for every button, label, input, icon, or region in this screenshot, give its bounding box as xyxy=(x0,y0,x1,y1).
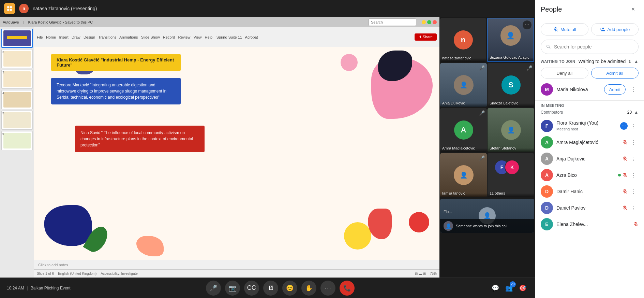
icons-elena xyxy=(633,222,639,227)
more-options-btn[interactable]: ⋯ xyxy=(320,281,335,296)
share-btn[interactable]: ⬆ Share xyxy=(415,33,437,41)
people-title: People xyxy=(541,5,562,13)
tile-name-siradza: Siradza Laletovic xyxy=(490,101,518,105)
admit-maria-btn[interactable]: Admit xyxy=(604,84,626,95)
waiting-name-maria: Maria Nikolova xyxy=(556,87,601,92)
text-box-red: Nina Savić " The influence of local comm… xyxy=(75,126,205,152)
time-display: 10:24 AM xyxy=(7,286,24,290)
person-name-azra: Azra Bico xyxy=(556,172,577,178)
svg-rect-0 xyxy=(7,6,9,8)
maximize-btn[interactable] xyxy=(427,20,431,24)
emoji-btn[interactable]: 😊 xyxy=(282,281,297,296)
person-info-flora: Flora Krasniqi (You) Meeting host xyxy=(556,120,617,132)
slide-thumb-3[interactable]: 3 xyxy=(1,70,33,89)
svg-rect-1 xyxy=(10,6,12,8)
contributors-expand[interactable]: ▲ xyxy=(634,110,639,115)
slide-thumbnails: 1 2 3 4 xyxy=(0,27,34,278)
waiting-section: WAITING TO JOIN Waiting to be admitted 1… xyxy=(535,57,644,101)
tile-overlay-others: 11 others xyxy=(488,193,534,197)
waiting-section-header[interactable]: WAITING TO JOIN Waiting to be admitted 1… xyxy=(535,57,644,66)
minimize-btn[interactable] xyxy=(422,20,426,24)
tile-mute-amra: 🎤 xyxy=(479,110,485,116)
top-bar: n natasa zlatanovic (Presenting) xyxy=(0,0,535,17)
chat-btn[interactable]: 💬 xyxy=(490,283,501,294)
event-label: Balkan Pitching Event xyxy=(31,286,71,290)
more-btn-flora[interactable]: ⋮ xyxy=(629,121,639,131)
more-btn-daniel[interactable]: ⋮ xyxy=(629,203,639,213)
video-tile-natasa: n natasa zlatanovic xyxy=(440,18,486,62)
bottom-bar: 10:24 AM | Balkan Pitching Event 🎤 📷 CC … xyxy=(0,278,535,298)
contributors-label: Contributors xyxy=(541,110,563,115)
notif-video: 👤 Flo... 👤 Someone wants to join this ca… xyxy=(440,199,534,233)
person-info-azra: Azra Bico xyxy=(556,172,615,178)
person-name-anja2: Anja Dujkovic xyxy=(556,156,585,161)
notification-avatar: 👤 xyxy=(444,221,453,231)
slide-thumb-4[interactable]: 4 xyxy=(1,90,33,109)
waiting-section-label: WAITING TO JOIN xyxy=(541,59,575,63)
icons-amra2: ⋮ xyxy=(622,138,639,147)
end-call-btn[interactable]: 📞 xyxy=(340,281,355,296)
slide-main: File Home Insert Draw Design Transitions… xyxy=(34,27,439,278)
captions-btn[interactable]: CC xyxy=(244,281,259,296)
add-person-icon xyxy=(600,27,605,32)
deny-all-btn[interactable]: Deny all xyxy=(541,68,588,79)
camera-btn[interactable]: 📷 xyxy=(225,281,240,296)
slide-search-input[interactable] xyxy=(369,18,416,26)
tile-more-suzana[interactable]: ⋯ xyxy=(523,20,531,29)
flo-label: Flo... xyxy=(444,210,452,214)
waiting-collapsed-label: Waiting to be admitted xyxy=(579,59,626,64)
video-row-4: 👤 🎤 Iamija tanovic F K xyxy=(440,153,534,197)
person-info-elena: Elena Zhelev... xyxy=(556,221,630,227)
avatar-amra2: A xyxy=(541,136,553,148)
waiting-more-maria[interactable]: ⋮ xyxy=(629,85,639,94)
more-btn-anja2[interactable]: ⋮ xyxy=(629,154,639,164)
slide-thumb-2[interactable]: 2 xyxy=(1,49,33,68)
raise-hand-btn[interactable]: ✋ xyxy=(301,281,316,296)
search-people-input[interactable] xyxy=(554,44,633,49)
green-dot-azra xyxy=(618,174,621,176)
tile-mute-anja: 🎤 xyxy=(479,65,485,71)
muted-icon-anja2 xyxy=(622,156,628,161)
contributors-count: 20 xyxy=(627,110,632,115)
person-row-daniel: D Daniel Pavlov ⋮ xyxy=(535,200,644,216)
slide-thumb-6[interactable]: 6 xyxy=(1,131,33,150)
people-btn[interactable]: 👥 20 xyxy=(504,283,514,294)
in-meeting-label: IN MEETING xyxy=(541,103,564,108)
person-row-damir: D Damir Hanic ⋮ xyxy=(535,183,644,200)
slide-panel: AutoSave | Klara Kostić Glavčić • Saved … xyxy=(0,17,439,278)
video-tile-others: F K 11 others xyxy=(488,153,534,197)
screen-share-btn[interactable]: 🖥 xyxy=(263,281,278,296)
slide-canvas: Klara Kostić Glavčić "Industrial Hemp - … xyxy=(34,47,439,260)
avatar-daniel: D xyxy=(541,202,553,214)
contributors-row: Contributors 20 ▲ xyxy=(535,109,644,118)
slide-thumb-1[interactable]: 1 xyxy=(1,29,33,48)
mute-all-btn[interactable]: Mute all xyxy=(541,23,588,36)
close-btn[interactable] xyxy=(433,20,437,24)
activities-btn[interactable]: 🎯 xyxy=(517,283,528,294)
admit-all-btn[interactable]: Admit all xyxy=(591,68,639,79)
notification-overlay: 👤 Someone wants to join this call xyxy=(440,219,534,233)
more-btn-amra2[interactable]: ⋮ xyxy=(629,138,639,147)
tile-name-natasa: natasa zlatanovic xyxy=(442,56,471,60)
tile-name-stefan: Stefan Stefanov xyxy=(490,146,516,150)
toolbar-labels: File Home Insert Draw Design Transitions… xyxy=(37,35,258,39)
people-close-btn[interactable]: × xyxy=(628,4,639,15)
add-people-btn[interactable]: Add people xyxy=(591,23,639,36)
more-btn-damir[interactable]: ⋮ xyxy=(629,187,639,196)
avatar-flora: F xyxy=(541,120,553,132)
slide-app-bar: AutoSave | Klara Kostić Glavčić • Saved … xyxy=(0,17,439,27)
more-btn-azra[interactable]: ⋮ xyxy=(629,170,639,180)
autosave-label: AutoSave xyxy=(3,20,19,24)
waiting-chevron: ▲ xyxy=(634,59,639,64)
person-row-amra2: A Amra Maglajčetović ⋮ xyxy=(535,134,644,151)
tile-avatar-amra: A xyxy=(454,120,473,140)
tile-overlay-suzana: Suzana Gotovac Atlagic xyxy=(488,57,534,61)
language-label: English (United Kingdom) xyxy=(58,272,96,275)
mic-btn[interactable]: 🎤 xyxy=(206,281,221,296)
person-info-damir: Damir Hanic xyxy=(556,188,619,195)
zoom-icons[interactable]: ⊟ ▬ ⊞ xyxy=(415,272,426,275)
tile-overlay-iamija: Iamija tanovic xyxy=(440,193,487,197)
slide-thumb-5[interactable]: 5 xyxy=(1,111,33,130)
person-info-daniel: Daniel Pavlov xyxy=(556,205,619,211)
bottom-left: 10:24 AM | Balkan Pitching Event xyxy=(7,286,71,290)
